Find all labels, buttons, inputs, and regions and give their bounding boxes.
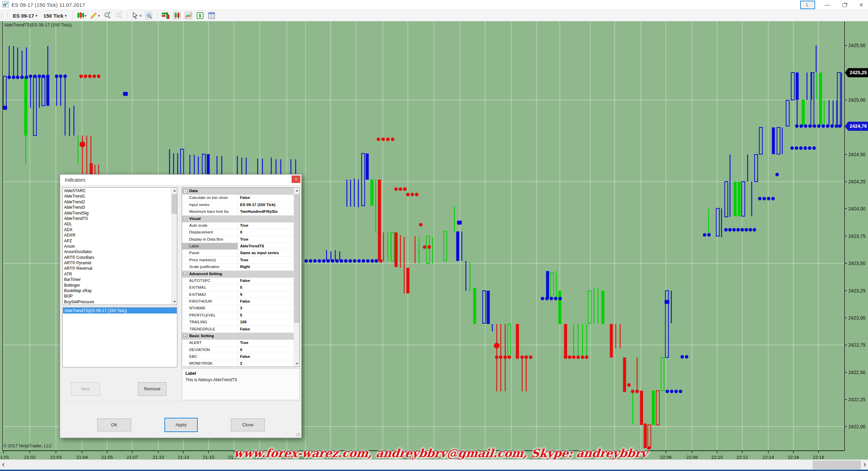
property-row[interactable]: Displacement0 [182, 229, 294, 236]
indicator-list-item[interactable]: ART® ColorBars [63, 255, 171, 260]
resize-grip[interactable] [296, 433, 300, 437]
indicator-list-item[interactable]: AbleTrend1 [63, 193, 171, 199]
price-bar [366, 153, 369, 180]
cursor-tool-button[interactable]: ▾ [130, 11, 143, 20]
list-scrollbar[interactable] [171, 188, 177, 305]
zoom-out-button[interactable] [113, 11, 125, 20]
collapse-icon[interactable] [183, 217, 187, 221]
collapse-icon[interactable] [183, 189, 187, 193]
property-row[interactable]: Calculate on bar closeFalse [182, 194, 294, 201]
property-row[interactable]: PanelSame as input series [182, 250, 294, 257]
grid-scrollbar[interactable] [294, 188, 299, 367]
horizontal-scrollbar[interactable]: ‹ › [0, 459, 868, 470]
maximize-button[interactable] [840, 2, 849, 8]
configured-indicators-list[interactable]: AbleTrendTS(ES 09-17 (150 Tick)) [62, 307, 177, 367]
property-row[interactable]: Scale justificationRight [182, 264, 294, 270]
property-grid[interactable]: DataCalculate on bar closeFalseInput ser… [182, 187, 300, 367]
indicator-list-item[interactable]: ADXR [63, 232, 171, 238]
scroll-down-icon[interactable] [172, 299, 177, 305]
indicator-list-item[interactable]: AbleTrend3 [63, 205, 171, 210]
signal-dot [808, 146, 811, 150]
signal-dot [93, 75, 96, 78]
property-row[interactable]: Auto scaleTrue [182, 222, 294, 229]
indicator-list-item[interactable]: ATR [63, 271, 171, 277]
minimize-button[interactable]: — [823, 2, 832, 8]
indicator-list-item[interactable]: AroonOscillator [63, 249, 171, 254]
scrollbar-thumb[interactable] [294, 194, 299, 323]
scrollbar-thumb[interactable] [813, 460, 861, 469]
property-row[interactable]: TRAILING100 [182, 319, 294, 326]
data-box-button[interactable] [143, 11, 155, 20]
indicator-list-item[interactable]: ADX [63, 227, 171, 232]
indicator-list-item[interactable]: ART® Reversal [63, 266, 171, 271]
property-row[interactable]: NTHBAR3 [182, 305, 294, 312]
drawing-tools-button[interactable]: ▾ [88, 11, 102, 20]
property-section-row[interactable]: Visual [182, 216, 294, 222]
scrollbar-thumb[interactable] [172, 194, 177, 214]
indicator-list-item[interactable]: AbleSTARC [63, 188, 171, 193]
indicator-list-item[interactable]: BOP [63, 293, 171, 299]
interval-selector[interactable]: 150 Tick▾ [40, 12, 70, 20]
property-row[interactable]: Price marker(s)True [182, 257, 294, 264]
instrument-selector[interactable]: ES 09-17▾ [10, 12, 40, 20]
property-row[interactable]: EXITMA15 [182, 284, 294, 291]
close-dialog-button[interactable]: Close [231, 418, 265, 431]
available-indicators-list[interactable]: AbleSTARCAbleTrend1AbleTrend2AbleTrend3A… [62, 187, 177, 305]
ok-button[interactable]: OK [97, 418, 131, 431]
indicator-list-item[interactable]: AbleTrendTS [63, 216, 171, 221]
indicator-list-item[interactable]: Bollinger [63, 283, 171, 288]
property-row[interactable]: Display in Data BoxTrue [182, 236, 294, 243]
indicator-list-item[interactable]: BuySellPressure [63, 299, 171, 305]
collapse-icon[interactable] [183, 272, 187, 276]
indicators-button[interactable] [160, 11, 171, 20]
scroll-up-icon[interactable] [294, 188, 300, 193]
collapse-icon[interactable] [183, 334, 187, 338]
indicator-list-item[interactable]: BookMap xRay [63, 288, 171, 293]
indicator-list-item[interactable]: APZ [63, 238, 171, 244]
chart-style-button[interactable]: ▾ [75, 11, 88, 20]
toolbar-grip[interactable] [1, 12, 3, 19]
property-row[interactable]: MONEYRISK2 [182, 360, 294, 367]
zoom-in-button[interactable] [102, 11, 113, 20]
property-row[interactable]: PROFITLEVEL5 [182, 312, 294, 319]
indicator-list-item[interactable]: Aroon [63, 244, 171, 249]
link-button[interactable]: L [800, 1, 815, 9]
dialog-close-button[interactable]: × [292, 176, 300, 183]
property-row[interactable]: LabelAbleTrendTS [182, 243, 294, 250]
property-row[interactable]: AUTOTSPCFalse [182, 278, 294, 284]
scroll-left-icon[interactable]: ‹ [2, 460, 4, 470]
property-section-row[interactable]: Advanced Setting [182, 271, 294, 278]
indicator-list-item[interactable]: ART® Pyramid [63, 260, 171, 266]
property-row[interactable]: Input seriesES 09-17 (150 Tick) [182, 202, 294, 208]
property-row[interactable]: ALERTTrue [182, 340, 294, 346]
property-section-row[interactable]: Data [182, 188, 294, 194]
indicator-list-item[interactable]: BarTimer [63, 277, 171, 282]
property-row[interactable]: FIRSTHOURFalse [182, 298, 294, 305]
chart-trader-button[interactable] [171, 11, 183, 20]
property-row[interactable]: TREND2RULEFalse [182, 326, 294, 333]
property-row[interactable]: EBCFalse [182, 353, 294, 360]
selected-indicator-instance[interactable]: AbleTrendTS(ES 09-17 (150 Tick)) [63, 308, 177, 313]
new-button[interactable]: New [71, 382, 100, 396]
indicator-list-item[interactable]: AbleTrendSig [63, 210, 171, 216]
property-row[interactable]: Maximum bars look baTwoHundredFiftySix [182, 208, 294, 215]
time-axis-label: 21:02 [24, 455, 36, 460]
indicator-list-item[interactable]: AbleTrend2 [63, 199, 171, 205]
remove-button[interactable]: Remove [138, 382, 166, 396]
close-button[interactable]: × [856, 1, 866, 9]
property-section-row[interactable]: Basic Setting [182, 333, 294, 340]
apply-button[interactable]: Apply [164, 418, 198, 432]
strategies-button[interactable] [183, 11, 194, 20]
property-row[interactable]: EXITMA29 [182, 291, 294, 298]
signal-dot [741, 228, 744, 231]
price-bar [395, 232, 398, 267]
indicator-list-item[interactable]: ADL [63, 221, 171, 227]
scroll-down-icon[interactable] [294, 361, 300, 367]
dialog-titlebar[interactable]: Indicators × [60, 175, 301, 185]
properties-button[interactable] [206, 11, 217, 20]
property-row[interactable]: DEVIATION0 [182, 347, 294, 353]
scroll-up-icon[interactable] [172, 188, 177, 193]
account-performance-button[interactable]: $ [194, 11, 206, 20]
signal-dot [728, 228, 732, 231]
scroll-right-icon[interactable]: › [864, 460, 866, 470]
